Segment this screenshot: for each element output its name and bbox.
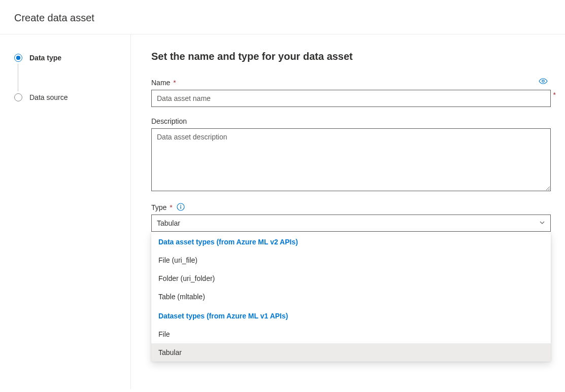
- type-field-group: Type * Tabular: [151, 203, 551, 232]
- info-icon[interactable]: [177, 203, 185, 211]
- step-data-type[interactable]: Data type: [14, 54, 120, 62]
- dialog-header: Create data asset: [0, 0, 565, 34]
- dialog-body: Data type Data source Set the name and t…: [0, 34, 565, 389]
- step-label: Data source: [29, 93, 68, 101]
- svg-rect-3: [180, 206, 181, 209]
- required-marker-right: *: [553, 91, 556, 99]
- name-field-group: Name * *: [151, 79, 551, 107]
- name-label: Name *: [151, 79, 551, 87]
- name-input[interactable]: [151, 90, 551, 107]
- dropdown-option-table-mltable[interactable]: Table (mltable): [151, 288, 551, 306]
- radio-inactive-icon: [14, 93, 22, 101]
- preview-eye-icon[interactable]: [539, 78, 548, 86]
- step-label: Data type: [29, 54, 61, 62]
- type-selected-value: Tabular: [157, 219, 180, 227]
- svg-point-0: [542, 80, 544, 82]
- step-data-source[interactable]: Data source: [14, 93, 120, 101]
- required-marker: *: [170, 203, 172, 211]
- step-sidebar: Data type Data source: [0, 34, 131, 389]
- description-label: Description: [151, 117, 551, 125]
- dropdown-option-folder-uri[interactable]: Folder (uri_folder): [151, 269, 551, 288]
- required-marker: *: [173, 79, 176, 87]
- type-label-text: Type: [151, 203, 167, 211]
- svg-point-2: [180, 205, 181, 206]
- step-connector: [18, 64, 18, 91]
- type-label: Type *: [151, 203, 551, 211]
- dropdown-group-header: Data asset types (from Azure ML v2 APIs): [151, 232, 551, 251]
- dropdown-option-file-uri[interactable]: File (uri_file): [151, 251, 551, 269]
- radio-active-icon: [14, 54, 22, 62]
- type-select[interactable]: Tabular Data asset types (from Azure ML …: [151, 215, 551, 232]
- dialog-title: Create data asset: [14, 12, 551, 24]
- name-label-text: Name: [151, 79, 170, 87]
- type-select-display[interactable]: Tabular: [151, 215, 551, 232]
- chevron-down-icon: [539, 219, 545, 227]
- type-dropdown: Data asset types (from Azure ML v2 APIs)…: [151, 232, 551, 362]
- main-panel: Set the name and type for your data asse…: [131, 34, 565, 389]
- dropdown-option-tabular[interactable]: Tabular: [151, 343, 551, 362]
- description-input[interactable]: [151, 128, 551, 191]
- dropdown-group-header: Dataset types (from Azure ML v1 APIs): [151, 306, 551, 325]
- dropdown-option-file[interactable]: File: [151, 325, 551, 343]
- main-heading: Set the name and type for your data asse…: [151, 51, 551, 62]
- description-field-group: Description: [151, 117, 551, 193]
